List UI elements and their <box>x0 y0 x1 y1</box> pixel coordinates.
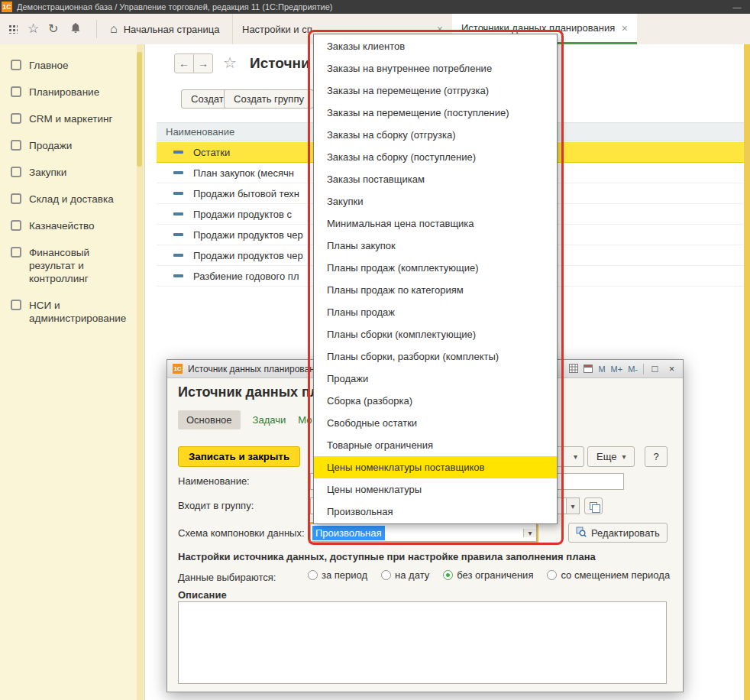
sidebar-item-label: Продажи <box>29 139 72 152</box>
column-header-name: Наименование <box>166 126 234 138</box>
row-name: Продажи продуктов чер <box>193 229 303 241</box>
dropdown-item[interactable]: Планы сборки (комплектующие) <box>314 323 557 345</box>
dropdown-item[interactable]: Заказы на сборку (поступление) <box>314 146 557 168</box>
table-icon[interactable] <box>569 364 578 374</box>
favorite-star-icon[interactable]: ☆ <box>223 53 237 72</box>
dropdown-item[interactable]: Планы продаж по категориям <box>314 279 557 301</box>
radio-option-2[interactable]: без ограничения <box>443 569 533 581</box>
dropdown-item[interactable]: Планы продаж <box>314 301 557 323</box>
tab-tasks[interactable]: Задачи <box>253 414 286 426</box>
dropdown-list: Заказы клиентовЗаказы на внутреннее потр… <box>313 34 558 524</box>
name-label: Наименование: <box>178 475 250 487</box>
edit-button-label: Редактировать <box>591 527 660 539</box>
sidebar-item-4[interactable]: Закупки <box>0 159 144 186</box>
chevron-down-icon[interactable]: ▾ <box>523 529 536 537</box>
list-item-icon <box>173 192 183 195</box>
dropdown-item[interactable]: Заказы на перемещение (поступление) <box>314 102 557 124</box>
list-item-icon <box>173 212 183 216</box>
dropdown-item[interactable]: Цены номенклатуры <box>314 478 557 501</box>
list-item-icon <box>173 151 183 154</box>
open-list-icon <box>590 502 597 510</box>
dropdown-item[interactable]: Продажи <box>314 368 557 390</box>
tab-close-icon[interactable]: × <box>622 22 628 34</box>
sidebar-item-2[interactable]: CRM и маркетинг <box>0 105 144 132</box>
dropdown-item[interactable]: Свободные остатки <box>314 412 557 434</box>
dropdown-item[interactable]: Заказы на внутреннее потребление <box>314 57 557 79</box>
sidebar-item-6[interactable]: Казначейство <box>0 212 144 239</box>
radio-option-1[interactable]: на дату <box>381 569 429 581</box>
sidebar-item-5[interactable]: Склад и доставка <box>0 186 144 212</box>
description-textarea[interactable] <box>178 601 667 684</box>
radio-label: за период <box>322 569 367 581</box>
choose-from-list-button[interactable] <box>584 497 603 514</box>
dropdown-item[interactable]: Планы сборки, разборки (комплекты) <box>314 345 557 368</box>
crm-icon <box>11 113 21 124</box>
tab-home[interactable]: ⌂ Начальная страница <box>101 14 232 44</box>
sidebar-item-0[interactable]: Главное <box>0 52 144 79</box>
radio-option-0[interactable]: за период <box>308 569 367 581</box>
settings-section-header: Настройки источника данных, доступные пр… <box>178 551 596 562</box>
create-group-button[interactable]: Создать группу <box>224 89 314 109</box>
favorites-star-icon[interactable]: ☆ <box>27 21 39 37</box>
dropdown-item[interactable]: Заказы на перемещение (отгрузка) <box>314 79 557 102</box>
save-and-close-button[interactable]: Записать и закрыть <box>178 446 300 467</box>
close-icon[interactable]: × <box>666 363 677 374</box>
memory-minus-button[interactable]: М- <box>628 365 638 374</box>
purchases-icon <box>11 167 21 177</box>
back-button[interactable]: ← <box>174 53 194 73</box>
tab-label: Настройки и сп <box>242 24 312 35</box>
dropdown-item[interactable]: Произвольная <box>314 501 557 523</box>
schema-combo-input[interactable]: Произвольная ▾ <box>310 523 537 542</box>
sidebar-item-3[interactable]: Продажи <box>0 132 144 159</box>
memory-button[interactable]: М <box>598 365 605 374</box>
minimize-button[interactable]: — <box>730 2 744 11</box>
sidebar-item-8[interactable]: НСИ и администрирование <box>0 292 144 332</box>
dropdown-item[interactable]: Заказы клиентов <box>314 35 557 57</box>
dropdown-item[interactable]: Планы закупок <box>314 235 557 257</box>
sidebar-scrollbar-thumb[interactable] <box>137 52 142 167</box>
sidebar-item-1[interactable]: Планирование <box>0 79 144 105</box>
more-button[interactable]: Еще ▾ <box>587 446 635 467</box>
dropdown-item[interactable]: Товарные ограничения <box>314 434 557 456</box>
toolbar-separator <box>96 20 97 38</box>
dropdown-item[interactable]: Планы продаж (комплектующие) <box>314 257 557 279</box>
main-icon <box>11 60 21 70</box>
dropdown-item[interactable]: Заказы на сборку (отгрузка) <box>314 124 557 146</box>
sidebar-item-label: Закупки <box>29 166 66 179</box>
right-scrollbar[interactable] <box>744 44 750 700</box>
finance-icon <box>11 247 21 258</box>
maximize-icon[interactable]: □ <box>649 363 661 374</box>
radio-option-3[interactable]: со смещением периода <box>547 569 670 581</box>
dropdown-item[interactable]: Цены номенклатуры поставщиков <box>314 456 557 478</box>
tab-label: Источники данных планирования <box>461 22 615 34</box>
menu-grid-icon[interactable] <box>8 24 18 34</box>
sidebar-item-label: Финансовый результат и контроллинг <box>29 246 132 285</box>
dropdown-item[interactable]: Сборка (разборка) <box>314 390 557 412</box>
memory-plus-button[interactable]: М+ <box>611 365 623 374</box>
dropdown-item[interactable]: Заказы поставщикам <box>314 168 557 190</box>
chevron-down-icon[interactable]: ▾ <box>566 498 579 514</box>
dropdown-item[interactable]: Минимальная цена поставщика <box>314 212 557 235</box>
radio-circle-icon <box>547 570 557 580</box>
sidebar-item-label: НСИ и администрирование <box>29 299 132 325</box>
tab-more-nav[interactable]: Мо <box>298 414 312 426</box>
history-icon[interactable]: ↻ <box>48 21 58 36</box>
tab-main[interactable]: Основное <box>178 410 241 429</box>
edit-button[interactable]: Редактировать <box>568 523 668 543</box>
schema-selected-value: Произвольная <box>312 526 385 540</box>
radio-label: без ограничения <box>457 569 533 581</box>
warehouse-icon <box>11 193 21 204</box>
dropdown-item[interactable]: Закупки <box>314 190 557 212</box>
forward-button[interactable]: → <box>193 53 213 73</box>
calendar-icon[interactable] <box>584 364 593 374</box>
row-name: План закупок (месячн <box>193 167 294 179</box>
schema-label: Схема компоновки данных: <box>178 527 305 539</box>
chevron-down-icon: ▾ <box>622 452 626 461</box>
notifications-bell-icon[interactable] <box>70 22 81 36</box>
row-name: Разбиение годового пл <box>193 271 299 282</box>
sidebar-scrollbar[interactable] <box>137 44 144 700</box>
radio-label: на дату <box>395 569 429 581</box>
sidebar-item-7[interactable]: Финансовый результат и контроллинг <box>0 239 144 292</box>
window-titlebar: 1C Демонстрационная база / Управление то… <box>0 0 750 14</box>
help-button[interactable]: ? <box>645 446 668 467</box>
